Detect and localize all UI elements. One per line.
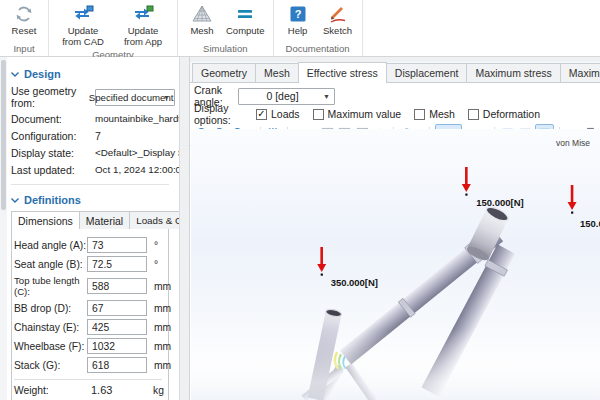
chevron-down-icon <box>11 72 19 77</box>
ribbon-group-geometry: Update from CAD Update from App Geometry <box>49 0 178 56</box>
left-panel-scrollbar[interactable] <box>0 57 7 400</box>
field-unit: mm <box>154 322 171 333</box>
load-label: 150.000[N] <box>476 197 523 208</box>
tab-dimensions[interactable]: Dimensions <box>11 211 80 229</box>
field-label: Chainstay (E): <box>14 322 87 333</box>
ribbon-group-label: Documentation <box>279 42 357 56</box>
update-from-cad-button[interactable]: Update from CAD <box>54 2 112 48</box>
tab-mesh[interactable]: Mesh <box>255 63 299 82</box>
tab-maximum-stress-range[interactable]: Maximum stress range <box>560 63 600 82</box>
mesh-checkbox[interactable] <box>414 109 425 120</box>
sketch-icon <box>327 3 349 24</box>
document-value: mountainbike_hardtail.SLDPRT <box>95 113 179 124</box>
bb-drop-input[interactable] <box>87 300 147 316</box>
load-arrow-150N: 150.000[N] <box>462 167 524 208</box>
last-updated-label: Last updated: <box>11 164 95 176</box>
display-options-label: Display options: <box>194 102 256 126</box>
loads-option-label: Loads <box>271 108 300 120</box>
update-from-app-label: Update from App <box>117 25 169 47</box>
field-label: Seat angle (B): <box>14 259 87 270</box>
weight-label: Weight: <box>14 385 87 396</box>
graphics-panel: Geometry Mesh Effective stress Displacem… <box>190 57 600 400</box>
update-from-cad-icon <box>71 3 95 24</box>
tab-material[interactable]: Material <box>79 211 130 229</box>
graphics-canvas[interactable]: von Mise 350.000[N] 150.000[N] 150.0 <box>191 129 600 400</box>
crank-angle-value: 0 [deg] <box>266 90 298 102</box>
field-unit: ° <box>154 259 158 270</box>
load-arrow-150N-right: 150.0 <box>568 185 600 229</box>
tab-loads-constraints[interactable]: Loads & Constraints <box>129 211 179 229</box>
field-unit: mm <box>154 360 171 371</box>
divider <box>14 379 162 380</box>
ribbon-group-documentation: ? Help Sketch Documentation <box>274 0 363 56</box>
definitions-tabs: Dimensions Material Loads & Constraints <box>11 211 169 229</box>
field-label: Wheelbase (F): <box>14 341 87 352</box>
field-label: Top tube length (C): <box>14 275 87 297</box>
chevron-down-icon <box>11 198 19 203</box>
field-label: BB drop (D): <box>14 303 87 314</box>
mesh-button[interactable]: Mesh <box>183 2 221 37</box>
definitions-section-header[interactable]: Definitions <box>11 194 179 206</box>
reset-button[interactable]: Reset <box>5 2 43 37</box>
settings-panel: Design Use geometry from: Specified docu… <box>7 57 179 400</box>
loads-checkbox[interactable]: ✓ <box>256 109 267 120</box>
fade-overlay <box>191 329 600 400</box>
update-from-app-icon <box>131 3 155 24</box>
plot-controls: Crank angle: 0 [deg] ▼ Display options: … <box>190 83 600 122</box>
divider <box>11 184 169 185</box>
load-arrow-350N: 350.000[N] <box>317 247 378 288</box>
field-unit: ° <box>154 240 158 251</box>
chainstay-input[interactable] <box>87 319 147 335</box>
tab-displacement[interactable]: Displacement <box>386 63 468 82</box>
mesh-option-label: Mesh <box>429 108 455 120</box>
tab-maximum-stress[interactable]: Maximum stress <box>466 63 560 82</box>
help-button[interactable]: ? Help <box>279 2 317 37</box>
top-tube-length-input[interactable] <box>87 278 147 294</box>
field-label: Stack (G): <box>14 360 87 371</box>
ribbon: Reset Input Update from CAD <box>0 0 600 57</box>
svg-text:?: ? <box>294 8 301 20</box>
deformation-option-label: Deformation <box>483 108 540 120</box>
seat-angle-input[interactable] <box>87 256 147 272</box>
tab-geometry[interactable]: Geometry <box>192 63 256 82</box>
field-unit: mm <box>154 281 171 292</box>
use-geometry-select[interactable]: Specified document ▼ <box>95 89 175 106</box>
tab-effective-stress[interactable]: Effective stress <box>298 62 387 83</box>
definitions-section-title: Definitions <box>24 194 81 206</box>
reset-label: Reset <box>12 25 37 36</box>
maximum-value-checkbox[interactable] <box>313 109 324 120</box>
ribbon-group-label: Simulation <box>183 42 268 56</box>
field-unit: mm <box>154 303 171 314</box>
use-geometry-label: Use geometry from: <box>11 85 95 109</box>
stack-input[interactable] <box>87 357 147 373</box>
last-updated-value: Oct 1, 2024 12:00:00 AM <box>95 164 179 175</box>
field-unit: mm <box>154 341 171 352</box>
panel-divider[interactable] <box>179 57 190 400</box>
crank-angle-select[interactable]: 0 [deg] ▼ <box>238 88 335 105</box>
configuration-label: Configuration: <box>11 130 95 142</box>
plot-title: von Mise <box>556 138 590 148</box>
update-from-app-button[interactable]: Update from App <box>114 2 172 48</box>
head-angle-input[interactable] <box>87 237 147 253</box>
results-tabs: Geometry Mesh Effective stress Displacem… <box>190 62 600 83</box>
weight-unit: kg <box>153 385 164 396</box>
chevron-down-icon: ▼ <box>323 93 330 100</box>
compute-button[interactable]: Compute <box>223 2 268 37</box>
deformation-checkbox[interactable] <box>468 109 479 120</box>
configuration-value: 7 <box>95 130 179 142</box>
update-from-cad-label: Update from CAD <box>57 25 109 47</box>
mesh-label: Mesh <box>190 25 213 36</box>
display-state-label: Display state: <box>11 147 95 159</box>
wheelbase-input[interactable] <box>87 338 147 354</box>
ribbon-group-simulation: Mesh Compute Simulation <box>178 0 274 56</box>
document-label: Document: <box>11 113 95 125</box>
ribbon-group-label: Input <box>5 42 43 56</box>
use-geometry-value: Specified document <box>89 91 174 102</box>
dimensions-form: Head angle (A): ° Seat angle (B): ° Top … <box>11 228 169 400</box>
maximum-value-option-label: Maximum value <box>328 108 402 120</box>
design-section-header[interactable]: Design <box>11 68 179 80</box>
scrollbar-thumb[interactable] <box>1 60 6 210</box>
chevron-down-icon: ▼ <box>163 94 170 101</box>
reset-icon <box>13 3 35 24</box>
sketch-button[interactable]: Sketch <box>319 2 357 37</box>
